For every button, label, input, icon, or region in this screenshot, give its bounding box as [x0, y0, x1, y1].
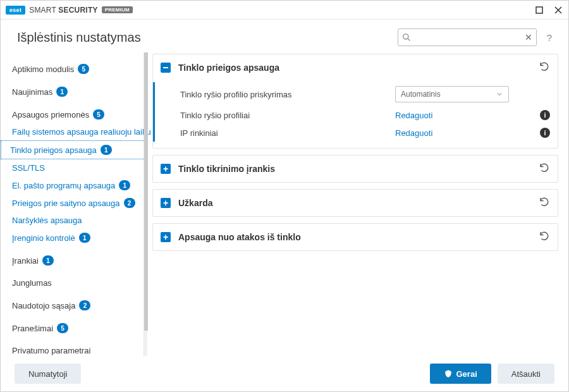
edit-link[interactable]: Redaguoti — [395, 111, 432, 120]
svg-rect-0 — [536, 7, 542, 13]
select-value: Automatinis — [401, 90, 441, 99]
brand-name-bold: SECURITY — [58, 6, 97, 15]
revert-icon[interactable] — [539, 162, 550, 176]
sidebar-item-5[interactable]: SSL/TLS — [1, 159, 147, 176]
panel-body: Tinklo ryšio profilio priskyrimasAutomat… — [153, 81, 558, 148]
sidebar-item-2[interactable]: Apsaugos priemonės5 — [1, 106, 147, 123]
edit-link[interactable]: Redaguoti — [395, 128, 432, 138]
sidebar-item-label: Aptikimo modulis — [12, 64, 74, 74]
titlebar: eset SMART SECURITY PREMIUM — [1, 1, 568, 20]
sidebar-item-label: SSL/TLS — [12, 163, 45, 173]
cancel-button[interactable]: Atšaukti — [498, 364, 554, 384]
sidebar-item-badge: 2 — [124, 198, 135, 208]
panel-header[interactable]: Užkarda — [153, 190, 558, 216]
sidebar-item-10[interactable]: Įrankiai1 — [1, 252, 147, 269]
sidebar-item-1[interactable]: Naujinimas1 — [1, 83, 147, 101]
info-icon[interactable]: i — [540, 128, 550, 138]
panel-header[interactable]: Tinklo prieigos apsauga — [153, 54, 558, 81]
sidebar-item-badge: 1 — [119, 180, 130, 190]
sidebar-item-6[interactable]: El. pašto programų apsauga1 — [1, 176, 147, 194]
clear-search-icon[interactable]: ✕ — [525, 33, 532, 42]
expand-icon[interactable] — [161, 198, 171, 208]
sidebar-scrollbar[interactable] — [144, 52, 147, 356]
select-profile-assignment[interactable]: Automatinis — [395, 86, 509, 102]
sidebar-item-label: Privatumo parametrai — [12, 346, 90, 355]
sidebar-item-12[interactable]: Naudotojo sąsaja2 — [1, 297, 147, 314]
panel-header[interactable]: Apsauga nuo atakos iš tinklo — [153, 224, 558, 250]
default-button[interactable]: Numatytoji — [15, 364, 81, 384]
ok-button[interactable]: Gerai — [430, 364, 491, 384]
panel-header[interactable]: Tinklo tikrinimo įrankis — [153, 156, 558, 182]
collapse-icon[interactable] — [161, 63, 171, 73]
brand-name: SMART SECURITY — [29, 6, 97, 15]
page-title: Išplėstinis nustatymas — [17, 30, 391, 45]
header: Išplėstinis nustatymas ✕ ? — [1, 20, 568, 52]
shield-icon — [444, 369, 453, 378]
sidebar-item-label: El. pašto programų apsauga — [12, 181, 115, 190]
window-close-icon[interactable] — [553, 5, 563, 15]
app-window: eset SMART SECURITY PREMIUM Išplėstinis … — [0, 0, 569, 392]
sidebar-item-badge: 1 — [101, 145, 112, 155]
sidebar-item-badge: 2 — [79, 300, 90, 310]
sidebar-item-label: Junglumas — [12, 278, 52, 288]
sidebar-item-badge: 5 — [93, 109, 104, 119]
sidebar-item-0[interactable]: Aptikimo modulis5 — [1, 60, 147, 78]
panel-title: Tinklo prieigos apsauga — [178, 63, 531, 73]
setting-row-1: Tinklo ryšio profiliaiRedaguotii — [153, 106, 558, 124]
panel-0: Tinklo prieigos apsaugaTinklo ryšio prof… — [152, 54, 558, 149]
setting-label: IP rinkiniai — [180, 128, 389, 138]
panel-title: Užkarda — [178, 198, 531, 208]
brand: eset SMART SECURITY PREMIUM — [6, 6, 133, 15]
sidebar-item-7[interactable]: Prieigos prie saityno apsauga2 — [1, 194, 147, 212]
chevron-down-icon — [496, 90, 503, 98]
sidebar-item-label: Apsaugos priemonės — [12, 110, 89, 119]
search-box[interactable]: ✕ — [398, 28, 537, 46]
setting-row-2: IP rinkiniaiRedaguotii — [153, 124, 558, 142]
sidebar-item-11[interactable]: Junglumas — [1, 274, 147, 291]
search-input[interactable] — [415, 29, 521, 46]
revert-icon[interactable] — [539, 230, 550, 244]
sidebar-item-label: Failų sistemos apsauga realiuoju laiku — [12, 127, 151, 137]
search-icon — [402, 33, 411, 42]
help-button[interactable]: ? — [543, 32, 556, 43]
sidebar-item-8[interactable]: Naršyklės apsauga — [1, 212, 147, 229]
sidebar-item-label: Naujinimas — [12, 87, 52, 97]
sidebar-item-badge: 5 — [57, 323, 68, 333]
sidebar-item-4[interactable]: Tinklo prieigos apsauga1 — [1, 140, 147, 159]
brand-name-light: SMART — [29, 6, 56, 15]
sidebar-item-badge: 1 — [56, 87, 68, 97]
revert-icon[interactable] — [539, 196, 550, 210]
sidebar-item-label: Naudotojo sąsaja — [12, 301, 75, 310]
sidebar-item-label: Įrankiai — [12, 256, 39, 266]
sidebar-item-3[interactable]: Failų sistemos apsauga realiuoju laiku — [1, 123, 147, 140]
sidebar-item-14[interactable]: Privatumo parametrai — [1, 342, 147, 356]
sidebar-item-label: Pranešimai — [12, 324, 53, 333]
footer: Numatytoji Gerai Atšaukti — [1, 356, 568, 391]
window-controls — [534, 5, 563, 15]
ok-button-label: Gerai — [456, 369, 477, 379]
expand-icon[interactable] — [161, 232, 171, 242]
sidebar: Aptikimo modulis5Naujinimas1Apsaugos pri… — [1, 52, 147, 356]
setting-row-0: Tinklo ryšio profilio priskyrimasAutomat… — [153, 82, 558, 106]
panel-2: Užkarda — [152, 189, 558, 217]
sidebar-item-label: Įrenginio kontrolė — [12, 233, 75, 243]
setting-label: Tinklo ryšio profiliai — [180, 111, 389, 120]
info-icon[interactable]: i — [540, 110, 550, 120]
panel-1: Tinklo tikrinimo įrankis — [152, 155, 558, 183]
sidebar-item-13[interactable]: Pranešimai5 — [1, 319, 147, 337]
sidebar-item-9[interactable]: Įrenginio kontrolė1 — [1, 229, 147, 247]
revert-icon[interactable] — [539, 61, 550, 75]
sidebar-item-label: Tinklo prieigos apsauga — [10, 145, 97, 155]
panel-title: Apsauga nuo atakos iš tinklo — [178, 232, 531, 242]
brand-badge: eset — [6, 6, 25, 15]
panel-title: Tinklo tikrinimo įrankis — [178, 164, 531, 174]
svg-point-1 — [403, 34, 408, 39]
brand-tier: PREMIUM — [102, 6, 133, 13]
expand-icon[interactable] — [161, 164, 171, 174]
sidebar-item-badge: 5 — [78, 64, 89, 74]
window-maximize-icon[interactable] — [534, 5, 544, 15]
sidebar-item-label: Naršyklės apsauga — [12, 216, 82, 225]
body: Aptikimo modulis5Naujinimas1Apsaugos pri… — [1, 52, 568, 356]
sidebar-item-label: Prieigos prie saityno apsauga — [12, 199, 120, 208]
sidebar-item-badge: 1 — [79, 233, 90, 243]
